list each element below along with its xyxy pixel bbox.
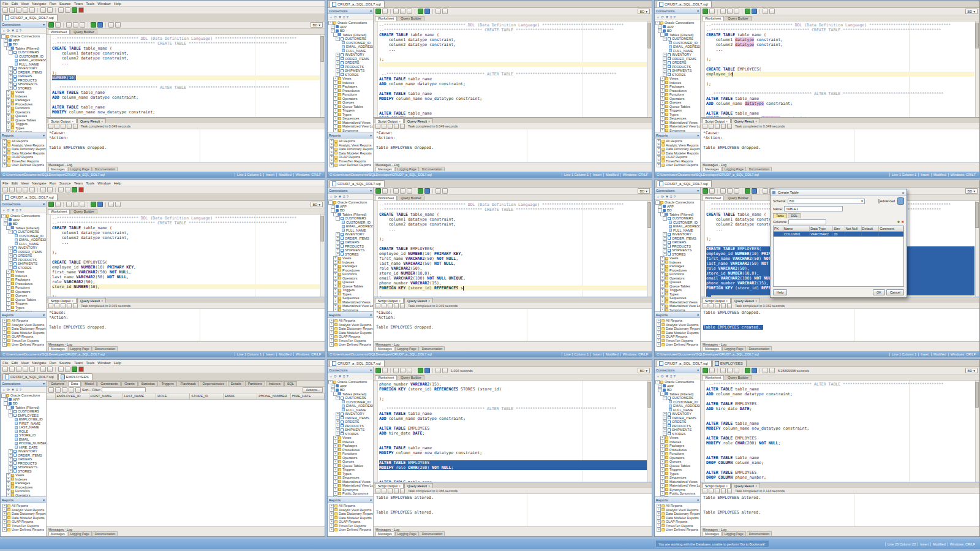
autotrace-icon[interactable] [66, 202, 72, 207]
pin-icon[interactable] [48, 124, 53, 129]
scrollbar-thumb[interactable] [647, 382, 651, 408]
messages-tab[interactable]: Documentation [747, 167, 772, 171]
messages-tab[interactable]: Documentation [420, 346, 445, 351]
panel-menu-icon[interactable]: ▾ [697, 9, 699, 13]
worksheet-tab[interactable]: Worksheet [375, 16, 397, 21]
run-statement-icon[interactable] [375, 368, 381, 373]
worksheet-tab[interactable]: Worksheet [702, 375, 724, 380]
add-connection-icon[interactable]: ＋ [2, 388, 6, 392]
clear-icon[interactable] [727, 488, 732, 493]
grid-column-header[interactable]: Comment [879, 226, 903, 231]
worksheet-tab[interactable]: Worksheet [375, 196, 397, 200]
expand-icon[interactable]: + [330, 343, 334, 347]
messages-tab[interactable]: Logging Page [395, 346, 419, 351]
output-tab[interactable]: Script Output× [48, 118, 77, 123]
clear-icon[interactable] [400, 303, 405, 308]
expand-icon[interactable]: + [2, 163, 7, 167]
save-icon[interactable] [61, 303, 66, 308]
filter-icon[interactable]: ▼ [665, 195, 669, 199]
object-tab-data[interactable]: Data [68, 381, 81, 386]
editor-scrollbar[interactable] [975, 201, 979, 297]
rollback-changes-icon[interactable] [75, 387, 81, 393]
panel-menu-icon[interactable]: ▾ [43, 498, 45, 502]
save-icon[interactable] [16, 187, 21, 192]
run-script-icon[interactable] [382, 188, 388, 194]
sql-tuning-advisor-icon[interactable] [734, 368, 739, 373]
messages-tab[interactable]: Messages [375, 167, 394, 171]
panel-menu-icon[interactable]: ▾ [43, 23, 45, 26]
panel-menu-icon[interactable]: ▾ [43, 202, 45, 206]
grid-column-header[interactable]: Default [862, 226, 880, 231]
refresh-icon[interactable]: ⟳ [334, 15, 337, 19]
close-icon[interactable]: × [399, 120, 401, 123]
unshared-worksheet-icon[interactable] [763, 9, 768, 14]
output-tab[interactable]: Query Result× [731, 483, 760, 488]
grid-column-header[interactable]: Size [833, 226, 845, 231]
clear-icon[interactable] [400, 124, 405, 129]
run-icon[interactable] [72, 367, 77, 372]
print-icon[interactable] [721, 488, 726, 493]
unshared-worksheet-icon[interactable] [435, 188, 441, 194]
commit-icon[interactable] [745, 368, 750, 373]
commit-icon[interactable] [745, 9, 750, 14]
close-icon[interactable]: × [101, 299, 103, 303]
tree-item[interactable]: +User Defined Reports [328, 528, 373, 532]
tree-item[interactable]: +User Defined Reports [328, 343, 373, 347]
file-tab[interactable]: CRUD7_a_SQL_DDL7.sql [2, 194, 58, 200]
run-script-icon[interactable] [709, 9, 715, 14]
unshared-worksheet-icon[interactable] [108, 202, 114, 207]
worksheet-tab[interactable]: Worksheet [702, 16, 724, 21]
file-tab[interactable]: CRUD7_a_SQL_DDL7.sql [2, 14, 58, 21]
scrollbar-thumb[interactable] [975, 23, 979, 48]
messages-tab[interactable]: Messages [48, 167, 67, 171]
panel-menu-icon[interactable]: ▾ [697, 498, 699, 502]
collapse-all-icon[interactable]: ≡ [16, 29, 18, 32]
editor-scrollbar[interactable] [647, 201, 652, 297]
tree-item[interactable]: +User Defined Reports [1, 163, 46, 167]
save-icon[interactable] [16, 367, 21, 372]
rollback-icon[interactable] [752, 188, 757, 194]
redo-icon[interactable] [47, 367, 53, 372]
expand-icon[interactable]: + [657, 163, 661, 167]
pin-icon[interactable] [375, 124, 380, 129]
rollback-icon[interactable] [97, 202, 103, 207]
filter-input[interactable] [102, 387, 146, 392]
edit-icon[interactable] [55, 303, 59, 308]
messages-tab[interactable]: Logging Page [395, 167, 419, 171]
menu-team[interactable]: Team [74, 361, 83, 365]
filter-icon[interactable]: ▼ [11, 29, 15, 32]
menu-tools[interactable]: Tools [86, 361, 94, 365]
refresh-icon[interactable] [48, 387, 54, 393]
run-statement-icon[interactable] [375, 188, 381, 194]
close-icon[interactable]: × [755, 484, 757, 488]
scrollbar-thumb[interactable] [647, 202, 651, 228]
save-icon[interactable] [388, 303, 393, 308]
run-script-icon[interactable] [709, 368, 715, 373]
expand-icon[interactable]: - [336, 396, 340, 400]
menu-tools[interactable]: Tools [86, 181, 94, 185]
filter-icon[interactable]: ▼ [665, 15, 669, 19]
connection-selector[interactable]: BD▾ [311, 22, 323, 28]
new-file-icon[interactable] [2, 7, 8, 13]
grid-column-header[interactable]: Not Null [845, 226, 862, 231]
connection-selector[interactable]: BD▾ [638, 368, 650, 373]
menu-window[interactable]: Window [97, 2, 110, 6]
editor-scrollbar[interactable] [320, 215, 325, 297]
menu-navigate[interactable]: Navigate [32, 361, 47, 365]
print-icon[interactable] [29, 187, 35, 192]
menu-window[interactable]: Window [97, 361, 110, 365]
worksheet-tab[interactable]: Query Builder [725, 375, 752, 380]
autotrace-icon[interactable] [720, 368, 726, 373]
add-connection-icon[interactable]: ＋ [656, 195, 660, 199]
expand-icon[interactable]: - [663, 37, 667, 41]
autotrace-icon[interactable] [393, 188, 399, 194]
clear-icon[interactable] [769, 9, 775, 14]
worksheet-tab[interactable]: Query Builder [398, 16, 424, 21]
messages-tab[interactable]: Documentation [92, 346, 118, 351]
editor-scrollbar[interactable] [975, 21, 979, 117]
menu-help[interactable]: Help [114, 361, 121, 365]
open-file-icon[interactable] [9, 187, 15, 192]
explain-plan-icon[interactable] [727, 188, 733, 194]
pin-icon[interactable] [703, 488, 707, 493]
object-tab-dependencies[interactable]: Dependencies [200, 381, 227, 386]
